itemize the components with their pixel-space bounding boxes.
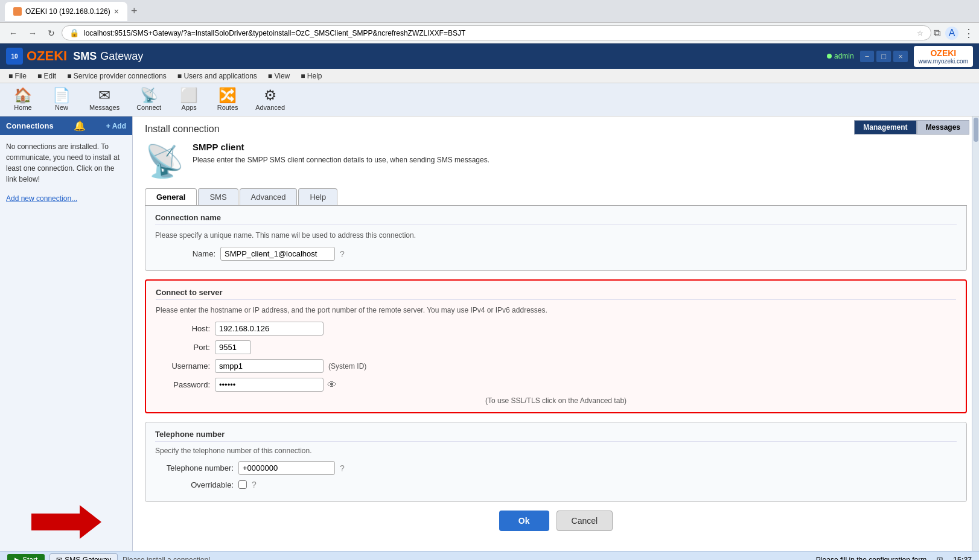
- bookmark-icon[interactable]: ☆: [917, 29, 923, 37]
- password-row: Password: 👁: [156, 378, 956, 392]
- refresh-btn[interactable]: ↻: [43, 27, 59, 40]
- toolbar-connect-label: Connect: [136, 104, 161, 111]
- content-area: Management Messages Install connection 📡…: [133, 116, 979, 551]
- tab-help[interactable]: Help: [298, 188, 337, 205]
- sidebar-no-connections-text: No connections are installed. To communi…: [6, 141, 126, 185]
- sidebar-add-btn[interactable]: + Add: [106, 122, 126, 130]
- arrow-body: [31, 514, 80, 530]
- nav-icons: ⧉ A ⋮: [934, 27, 974, 40]
- logo-gateway: Gateway: [100, 50, 143, 63]
- maximize-btn[interactable]: □: [876, 51, 891, 62]
- menu-view[interactable]: ■ View: [263, 71, 295, 81]
- status-left-msg: Please install a connection!: [123, 556, 210, 561]
- management-view-btn[interactable]: Management: [854, 120, 916, 135]
- toolbar-home-label: Home: [14, 104, 31, 111]
- minimize-btn[interactable]: −: [860, 51, 875, 62]
- name-help-icon[interactable]: ?: [340, 249, 345, 259]
- menu-bar: ■ File ■ Edit ■ Service provider connect…: [0, 69, 979, 83]
- header-right: admin − □ × OZEKI www.myozeki.com: [827, 46, 973, 67]
- sidebar: Connections 🔔 + Add No connections are i…: [0, 116, 133, 551]
- scrollbar-thumb[interactable]: [974, 118, 978, 142]
- connect-server-title: Connect to server: [156, 288, 956, 300]
- header-btns: − □ ×: [860, 51, 908, 62]
- home-icon: 🏠: [14, 88, 32, 103]
- username-label: Username:: [156, 361, 210, 371]
- toolbar-apps-label: Apps: [182, 104, 197, 111]
- overridable-checkbox[interactable]: [238, 480, 247, 489]
- tab-advanced[interactable]: Advanced: [240, 188, 298, 205]
- scrollbar[interactable]: [972, 116, 979, 551]
- main-layout: Connections 🔔 + Add No connections are i…: [0, 116, 979, 551]
- extensions-icon[interactable]: ⧉: [934, 28, 940, 39]
- forward-btn[interactable]: →: [24, 27, 41, 40]
- password-input[interactable]: [215, 378, 324, 392]
- toolbar-connect[interactable]: 📡 Connect: [129, 86, 168, 113]
- host-row: Host:: [156, 322, 956, 336]
- toolbar-routes[interactable]: 🔀 Routes: [209, 86, 246, 113]
- close-btn[interactable]: ×: [893, 51, 908, 62]
- name-input[interactable]: [220, 247, 335, 261]
- new-tab-btn[interactable]: +: [131, 5, 138, 18]
- action-buttons: Ok Cancel: [145, 511, 967, 531]
- menu-file[interactable]: ■ File: [4, 71, 31, 81]
- address-bar: 🔒 ☆: [62, 25, 931, 40]
- page-title: Install connection: [145, 124, 967, 135]
- start-icon: ▶: [14, 556, 20, 561]
- admin-badge: admin: [827, 52, 854, 60]
- toolbar-messages[interactable]: ✉ Messages: [82, 86, 127, 113]
- tel-input[interactable]: [238, 461, 335, 475]
- overridable-label: Overridable:: [155, 480, 234, 489]
- telephone-desc: Specify the telephone number of this con…: [155, 447, 957, 455]
- connect-server-desc: Please enter the hostname or IP address,…: [156, 305, 956, 316]
- new-icon: 📄: [53, 88, 71, 103]
- toolbar-apps[interactable]: ⬜ Apps: [171, 86, 207, 113]
- host-input[interactable]: [215, 322, 324, 336]
- tab-sms[interactable]: SMS: [198, 188, 238, 205]
- more-icon[interactable]: ⋮: [963, 27, 974, 40]
- tab-general[interactable]: General: [145, 188, 197, 205]
- port-input[interactable]: [215, 340, 251, 354]
- smpp-info: 📡 SMPP client Please enter the SMPP SMS …: [145, 142, 967, 180]
- sidebar-title: Connections: [6, 121, 54, 130]
- back-btn[interactable]: ←: [5, 27, 22, 40]
- start-label: Start: [22, 556, 37, 561]
- cancel-button[interactable]: Cancel: [556, 511, 613, 531]
- username-input[interactable]: [215, 359, 324, 373]
- profile-icon[interactable]: A: [945, 27, 958, 40]
- messages-icon: ✉: [98, 88, 110, 103]
- toolbar-advanced-label: Advanced: [255, 104, 285, 111]
- toolbar-new[interactable]: 📄 New: [43, 86, 80, 113]
- smpp-text: SMPP client Please enter the SMPP SMS cl…: [193, 142, 490, 165]
- menu-service-provider[interactable]: ■ Service provider connections: [62, 71, 171, 81]
- toolbar: 🏠 Home 📄 New ✉ Messages 📡 Connect ⬜ Apps…: [0, 83, 979, 116]
- overridable-help-icon[interactable]: ?: [252, 480, 257, 489]
- toolbar-home[interactable]: 🏠 Home: [5, 86, 41, 113]
- name-row: Name: ?: [155, 247, 957, 261]
- red-arrow: [31, 505, 101, 539]
- grid-icon: ⊞: [936, 555, 943, 561]
- overridable-row: Overridable: ?: [155, 480, 957, 489]
- toolbar-advanced[interactable]: ⚙ Advanced: [248, 86, 292, 113]
- eye-icon[interactable]: 👁: [327, 380, 337, 390]
- start-btn[interactable]: ▶ Start: [7, 554, 45, 561]
- add-new-connection-link[interactable]: Add new connection...: [6, 194, 77, 203]
- messages-view-btn[interactable]: Messages: [917, 120, 969, 135]
- connection-name-desc: Please specify a unique name. This name …: [155, 230, 957, 241]
- ok-button[interactable]: Ok: [499, 511, 549, 531]
- sms-gateway-btn[interactable]: ✉ SMS Gateway: [49, 553, 118, 561]
- sidebar-bell-icon: 🔔: [74, 120, 86, 132]
- menu-edit[interactable]: ■ Edit: [33, 71, 61, 81]
- telephone-title: Telephone number: [155, 430, 957, 442]
- status-bar: ▶ Start ✉ SMS Gateway Please install a c…: [0, 551, 979, 560]
- tab-icon: [13, 7, 22, 16]
- tab-close-btn[interactable]: ×: [114, 7, 119, 16]
- tel-help-icon[interactable]: ?: [340, 463, 345, 473]
- connection-name-title: Connection name: [155, 213, 957, 225]
- status-left: ▶ Start ✉ SMS Gateway Please install a c…: [7, 553, 210, 561]
- browser-tab[interactable]: OZEKI 10 (192.168.0.126) ×: [5, 2, 127, 21]
- url-input[interactable]: [84, 29, 912, 37]
- menu-users-apps[interactable]: ■ Users and applications: [173, 71, 262, 81]
- toolbar-routes-label: Routes: [217, 104, 238, 111]
- menu-help[interactable]: ■ Help: [296, 71, 327, 81]
- logo-icon: 10: [6, 48, 23, 65]
